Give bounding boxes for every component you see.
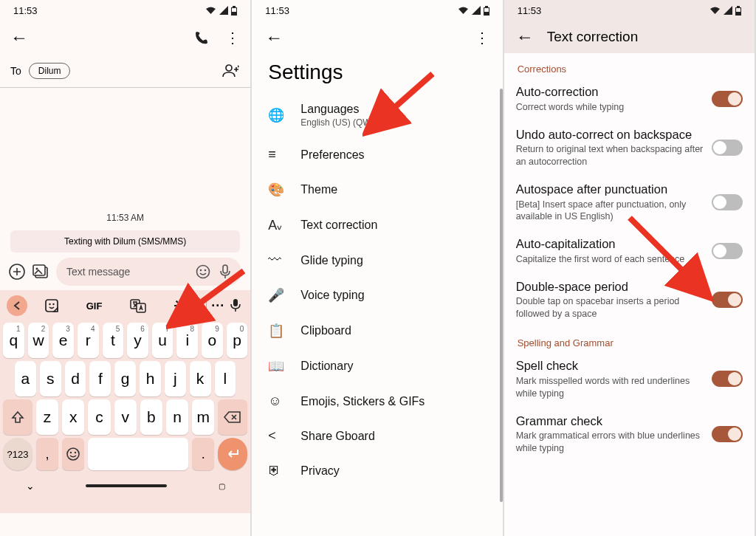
status-icons (709, 6, 741, 16)
key-y[interactable]: y6 (127, 323, 148, 358)
setting-desc: Mark misspelled words with red underline… (516, 375, 704, 400)
more-icon[interactable]: ⋮ (475, 29, 489, 47)
gif-button[interactable]: GIF (86, 300, 103, 312)
key-f[interactable]: f (89, 361, 111, 396)
add-icon[interactable] (9, 264, 25, 280)
message-placeholder: Text message (66, 266, 130, 278)
translate-icon[interactable] (130, 298, 146, 313)
status-icons (205, 6, 237, 16)
key-j[interactable]: j (165, 361, 186, 396)
key-n[interactable]: n (166, 399, 188, 435)
gallery-icon[interactable] (32, 264, 49, 280)
settings-item-4[interactable]: 〰 Glide typing (252, 243, 502, 278)
back-icon[interactable]: ← (10, 27, 28, 48)
svg-point-3 (226, 65, 232, 71)
to-row: To Dilum (0, 55, 250, 87)
shift-key[interactable] (3, 399, 32, 435)
key-s[interactable]: s (40, 361, 61, 396)
svg-rect-25 (484, 8, 489, 12)
key-r[interactable]: r4 (78, 323, 99, 358)
scroll-track[interactable] (500, 89, 503, 502)
key-m[interactable]: m (192, 399, 214, 435)
key-l[interactable]: l (215, 361, 236, 396)
numbers-key[interactable]: ?123 (3, 438, 32, 470)
key-k[interactable]: k (190, 361, 211, 396)
svg-point-7 (36, 268, 38, 270)
message-area[interactable]: 11:53 AM Texting with Dilum (SMS/MMS) (0, 88, 250, 253)
settings-item-7[interactable]: 📖 Dictionary (252, 348, 502, 384)
enter-key[interactable] (218, 438, 247, 470)
recipient-chip[interactable]: Dilum (29, 63, 71, 79)
settings-item-6[interactable]: 📋 Clipboard (252, 313, 502, 348)
setting-row-1: Grammar checkMark grammatical errors wit… (504, 407, 755, 461)
key-b[interactable]: b (140, 399, 162, 435)
app-bar: ← ⋮ (0, 21, 250, 55)
home-pill[interactable] (86, 484, 167, 487)
key-g[interactable]: g (114, 361, 136, 396)
toggle-auto-capitalization[interactable] (712, 243, 743, 259)
svg-line-22 (173, 271, 244, 323)
key-c[interactable]: c (88, 399, 110, 435)
svg-line-26 (370, 74, 433, 129)
svg-rect-24 (485, 6, 488, 7)
settings-label: Share Gboard (300, 430, 375, 443)
settings-item-1[interactable]: ≡ Preferences (252, 137, 502, 172)
more-icon[interactable]: ⋮ (225, 29, 240, 47)
sms-notice: Texting with Dilum (SMS/MMS) (10, 230, 240, 252)
app-bar: ← Text correction (504, 21, 755, 53)
key-w[interactable]: w2 (28, 323, 49, 358)
key-v[interactable]: v (114, 399, 137, 435)
status-bar: 11:53 (504, 0, 755, 21)
toggle-double-space-period[interactable] (712, 292, 743, 308)
settings-icon-9: < (268, 428, 284, 444)
settings-icon-0: 🌐 (268, 107, 284, 123)
svg-point-21 (75, 452, 76, 453)
key-q[interactable]: q1 (3, 323, 24, 358)
svg-line-30 (630, 218, 706, 294)
comma-key[interactable]: , (36, 438, 58, 470)
key-x[interactable]: x (62, 399, 84, 435)
settings-item-10[interactable]: ⛨ Privacy (252, 453, 502, 488)
sticker-icon[interactable] (44, 298, 59, 313)
emoji-key[interactable] (62, 438, 84, 470)
kb-hide-icon[interactable]: ⌄ (26, 480, 35, 492)
toggle-undo-auto-correct-on-backspace[interactable] (712, 140, 743, 156)
backspace-key[interactable] (218, 399, 247, 435)
app-bar: ← ⋮ (252, 21, 502, 55)
period-key[interactable]: . (192, 438, 214, 470)
call-icon[interactable] (194, 30, 209, 45)
settings-icon-7: 📖 (268, 358, 284, 374)
back-icon[interactable]: ← (516, 27, 534, 47)
add-person-icon[interactable] (222, 64, 240, 78)
kb-collapse-icon[interactable] (7, 295, 27, 316)
settings-label: Voice typing (300, 289, 364, 302)
settings-item-2[interactable]: 🎨 Theme (252, 172, 502, 207)
toggle-autospace-after-punctuation[interactable] (712, 194, 743, 210)
toggle-grammar-check[interactable] (712, 426, 743, 442)
settings-label: Preferences (300, 148, 364, 162)
key-a[interactable]: a (15, 361, 36, 396)
key-d[interactable]: d (65, 361, 86, 396)
settings-item-8[interactable]: ☺ Emojis, Stickers & GIFs (252, 384, 502, 419)
settings-item-9[interactable]: < Share Gboard (252, 419, 502, 453)
settings-label: Privacy (300, 464, 339, 478)
settings-label: Glide typing (300, 254, 363, 267)
back-icon[interactable]: ← (265, 27, 283, 48)
key-h[interactable]: h (140, 361, 161, 396)
kb-square-icon[interactable]: ▢ (219, 482, 225, 490)
settings-item-3[interactable]: Aᵥ Text correction (252, 207, 502, 243)
svg-point-14 (52, 303, 54, 305)
settings-item-5[interactable]: 🎤 Voice typing (252, 278, 502, 313)
key-z[interactable]: z (36, 399, 58, 435)
setting-desc: Return to original text when backspacing… (516, 143, 704, 168)
toggle-auto-correction[interactable] (712, 91, 743, 107)
setting-desc: Mark grammatical errors with blue underl… (516, 430, 704, 455)
space-key[interactable] (88, 438, 188, 470)
section-spelling: Spelling and Grammar (504, 327, 755, 351)
key-t[interactable]: t5 (103, 323, 124, 358)
system-nav: ⌄ ▢ (0, 472, 250, 497)
toggle-spell-check[interactable] (712, 371, 743, 387)
settings-label: Clipboard (300, 324, 351, 337)
key-e[interactable]: e3 (52, 323, 74, 358)
status-icons (458, 6, 489, 16)
